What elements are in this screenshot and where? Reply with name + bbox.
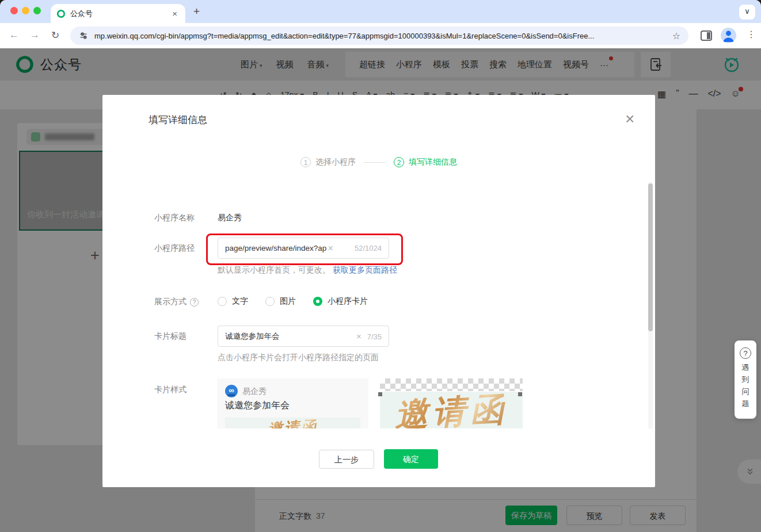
miniprogram-card-preview: ∞ 易企秀 诚邀您参加年会 邀请函 (217, 378, 368, 428)
window-close-button[interactable] (10, 7, 18, 14)
browser-tab[interactable]: 公众号 × (51, 4, 185, 23)
path-input-value[interactable]: page/preview/share/index?ap (225, 244, 326, 252)
path-input[interactable]: page/preview/share/index?ap × 52/1024 (218, 238, 389, 259)
step-1-label: 选择小程序 (315, 157, 356, 167)
clear-input-icon[interactable]: × (328, 243, 333, 254)
browser-window: 公众号 × + ∨ ← → ↻ mp.weixin.qq.com/cgi-bin… (0, 0, 761, 532)
app-logo-ribbon (228, 394, 235, 396)
field-label-card-title: 卡片标题 (154, 331, 187, 342)
profile-avatar[interactable] (721, 28, 736, 43)
card-title-value[interactable]: 诚邀您参加年会 (225, 331, 280, 342)
tab-title: 公众号 (70, 9, 170, 19)
feedback-label: 遇到问题 (741, 361, 749, 409)
path-char-counter: 52/1024 (355, 244, 382, 252)
get-more-paths-link[interactable]: 获取更多页面路径 (333, 265, 397, 274)
question-circle-icon: ? (740, 347, 751, 359)
window-minimize-button[interactable] (22, 7, 29, 14)
tab-search-chevron-icon[interactable]: ∨ (739, 5, 755, 20)
field-label-card-style: 卡片样式 (154, 385, 187, 395)
side-panel-icon[interactable] (700, 30, 713, 41)
wechat-mp-favicon (56, 9, 66, 18)
feedback-widget[interactable]: ? 遇到问题 (735, 340, 756, 419)
app-name: 易企秀 (242, 386, 267, 397)
window-zoom-button[interactable] (33, 7, 41, 14)
browser-toolbar: ← → ↻ mp.weixin.qq.com/cgi-bin/appmsg?t=… (0, 23, 761, 48)
resize-handle-right[interactable] (518, 392, 522, 396)
previous-step-button[interactable]: 上一步 (319, 450, 374, 469)
card-title-input[interactable]: 诚邀您参加年会 ×7/35 (218, 326, 389, 347)
address-bar[interactable]: mp.weixin.qq.com/cgi-bin/appmsg?t=media/… (70, 26, 688, 45)
forward-button[interactable]: → (30, 29, 40, 41)
step-1-circle: 1 (300, 157, 311, 167)
step-connector (364, 162, 386, 163)
help-question-icon[interactable]: ? (190, 298, 199, 307)
radio-circle[interactable] (218, 297, 227, 306)
path-helper-text: 默认显示小程序首页，可更改。 获取更多页面路径 (218, 265, 397, 275)
field-label-path: 小程序路径 (154, 243, 195, 254)
site-settings-icon[interactable] (78, 30, 89, 41)
card-preview-image: 邀请函 (225, 418, 360, 428)
miniprogram-name-value: 易企秀 (218, 213, 242, 223)
card-title-clear-and-count: ×7/35 (356, 331, 382, 341)
radio-text[interactable]: 文字 (218, 296, 248, 307)
reload-button[interactable]: ↻ (51, 29, 59, 41)
display-mode-radios: 文字 图片 小程序卡片 (218, 296, 368, 307)
clear-input-icon[interactable]: × (356, 331, 362, 341)
modal-scrollbar-thumb[interactable] (648, 183, 653, 331)
step-2-label: 填写详细信息 (409, 157, 457, 167)
card-title-helper-text: 点击小程序卡片会打开小程序路径指定的页面 (218, 353, 379, 363)
new-tab-button[interactable]: + (193, 5, 200, 18)
bookmark-star-icon[interactable]: ☆ (672, 30, 680, 41)
miniprogram-dialog: 填写详细信息 × 1 选择小程序 2 填写详细信息 小程序名称 易企秀 小程序路… (102, 95, 655, 487)
modal-scrollbar[interactable] (648, 182, 653, 429)
dialog-close-icon[interactable]: × (625, 110, 634, 128)
step-1: 1 选择小程序 (300, 157, 356, 167)
radio-circle-selected[interactable] (313, 297, 322, 306)
radio-image[interactable]: 图片 (265, 296, 296, 307)
radio-circle[interactable] (265, 297, 275, 306)
cover-image-selected[interactable]: 邀请函 (380, 392, 523, 428)
card-title-counter: 7/35 (367, 332, 382, 341)
confirm-button[interactable]: 确定 (384, 449, 438, 469)
radio-card[interactable]: 小程序卡片 (313, 296, 368, 307)
step-2-circle: 2 (394, 157, 404, 167)
field-label-display: 展示方式 ? (154, 297, 199, 307)
card-preview-title: 诚邀您参加年会 (225, 400, 290, 412)
transparency-checkerboard (380, 378, 523, 391)
browser-menu-icon[interactable]: ⋮ (747, 29, 756, 40)
url-text[interactable]: mp.weixin.qq.com/cgi-bin/appmsg?t=media/… (94, 32, 672, 40)
step-2: 2 填写详细信息 (394, 157, 457, 167)
field-label-name: 小程序名称 (154, 213, 195, 223)
dialog-title: 填写详细信息 (149, 113, 207, 127)
step-indicator: 1 选择小程序 2 填写详细信息 (102, 157, 655, 167)
tab-close-icon[interactable]: × (170, 9, 180, 18)
back-button[interactable]: ← (9, 29, 19, 41)
tab-strip: 公众号 × + ∨ (0, 0, 761, 23)
resize-handle-left[interactable] (378, 392, 382, 396)
